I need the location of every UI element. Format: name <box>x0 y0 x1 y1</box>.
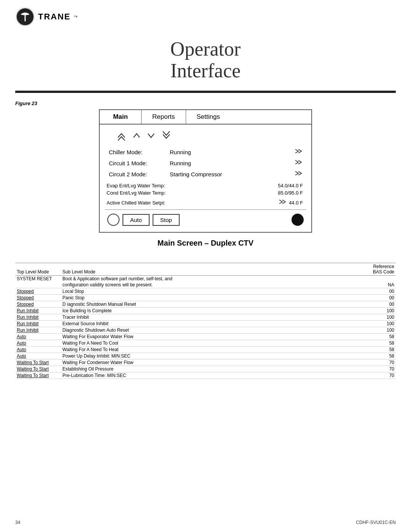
table-row: Run Inhibit Diagnostic Shutdown Auto Res… <box>15 327 396 334</box>
logo-container: TRANE ™ <box>15 7 78 27</box>
circuit1-mode-arrow[interactable] <box>295 159 306 168</box>
cell-ref: 58 <box>365 353 396 359</box>
cell-top-level: Stopped <box>15 301 61 308</box>
cell-sub-level: Boot & Application software part number,… <box>61 276 365 282</box>
trane-logo-icon <box>15 7 35 27</box>
cell-sub-level: Waiting For Condenser Water Flow <box>61 359 365 366</box>
chiller-mode-value: Running <box>166 149 295 155</box>
cell-top-level: Waiting To Start <box>15 366 61 372</box>
status-circle-filled <box>292 214 304 226</box>
data-table: Top Level Mode Sub Level Mode Reference … <box>15 263 396 379</box>
panel-body: Chiller Mode: Running Circuit 1 Mode: Ru… <box>100 125 311 232</box>
table-row: Waiting To Start Waiting For Condenser W… <box>15 359 396 366</box>
cell-sub-level: Panic Stop <box>61 295 365 301</box>
cell-ref: 58 <box>365 347 396 353</box>
cell-top-level: SYSTEM RESET <box>15 276 61 282</box>
page-footer: 34 CDHF-SVU01C-EN <box>15 520 396 525</box>
table-row: Auto Waiting For Evaporator Water Flow 5… <box>15 334 396 340</box>
setpt-label: Active Chilled Water Setpt: <box>105 200 279 206</box>
tab-settings[interactable]: Settings <box>186 110 231 124</box>
auto-button[interactable]: Auto <box>123 214 150 226</box>
cell-top-level: Run Inhibit <box>15 321 61 327</box>
table-row: Auto Waiting For A Need To Cool 58 <box>15 340 396 347</box>
cell-top-level: Run Inhibit <box>15 327 61 334</box>
ui-panel: Main Reports Settings <box>99 109 312 233</box>
circuit2-mode-label: Circuit 2 Mode: <box>105 171 166 177</box>
table-row: Stopped Local Stop 00 <box>15 288 396 295</box>
table-row: Run Inhibit Tracer Inhibit 100 <box>15 314 396 321</box>
cell-sub-level: Waiting For A Need To Heat <box>61 347 365 353</box>
cell-ref: 58 <box>365 340 396 347</box>
double-up-arrow-icon[interactable] <box>116 131 126 143</box>
trademark-symbol: ™ <box>74 15 78 19</box>
title-divider <box>15 91 396 93</box>
cell-top-level: Stopped <box>15 295 61 301</box>
cell-ref: 70 <box>365 372 396 379</box>
table-section: Top Level Mode Sub Level Mode Reference … <box>0 259 411 390</box>
chiller-mode-label: Chiller Mode: <box>105 149 166 155</box>
cell-sub-level: Power Up Delay Inhibit: MIN:SEC <box>61 353 365 359</box>
cell-top-level <box>15 282 61 288</box>
cell-top-level: Auto <box>15 353 61 359</box>
table-row: Stopped D iagnostic Shutdown Manual Rese… <box>15 301 396 308</box>
table-row: Run Inhibit External Source Inhibit 100 <box>15 321 396 327</box>
sensor-row-cond: Cond Ent/Lvg Water Temp: 85.0/95.0 F <box>105 189 306 197</box>
cell-sub-level: D iagnostic Shutdown Manual Reset <box>61 301 365 308</box>
setpt-row: Active Chilled Water Setpt: 44.0 F <box>105 198 306 207</box>
cell-sub-level: Local Stop <box>61 288 365 295</box>
stop-button[interactable]: Stop <box>153 214 180 226</box>
cell-ref: 100 <box>365 308 396 314</box>
page-number: 34 <box>15 520 20 525</box>
setpt-value-area: 44.0 F <box>279 199 306 206</box>
cell-top-level: Waiting To Start <box>15 372 61 379</box>
cell-ref: 100 <box>365 314 396 321</box>
cell-ref: 00 <box>365 295 396 301</box>
cell-sub-level: Pre-Lubrication Time: MIN:SEC <box>61 372 365 379</box>
cell-ref: 00 <box>365 301 396 308</box>
col-header-top-level: Top Level Mode <box>15 263 61 276</box>
col-header-sub-level: Sub Level Mode <box>61 263 365 276</box>
table-row: Waiting To Start Pre-Lubrication Time: M… <box>15 372 396 379</box>
circuit2-mode-arrow[interactable] <box>295 170 306 179</box>
nav-icons <box>105 128 306 147</box>
cell-ref: 58 <box>365 334 396 340</box>
mode-row-circuit1: Circuit 1 Mode: Running <box>105 158 306 169</box>
cell-sub-level: configuration validity screens will be p… <box>61 282 365 288</box>
col-header-reference: Reference BAS Code <box>365 263 396 276</box>
down-arrow-icon[interactable] <box>147 131 155 142</box>
mode-row-chiller: Chiller Mode: Running <box>105 147 306 158</box>
table-row: Auto Waiting For A Need To Heat 58 <box>15 347 396 353</box>
circuit1-mode-label: Circuit 1 Mode: <box>105 160 166 166</box>
cond-label: Cond Ent/Lvg Water Temp: <box>105 190 278 196</box>
cell-top-level: Run Inhibit <box>15 308 61 314</box>
page-title: Operator Interface <box>0 38 411 81</box>
cell-top-level: Waiting To Start <box>15 359 61 366</box>
tab-reports[interactable]: Reports <box>142 110 186 124</box>
cell-top-level: Auto <box>15 347 61 353</box>
table-row: Waiting To Start Establishing Oil Pressu… <box>15 366 396 372</box>
status-circle-empty <box>107 214 119 226</box>
setpt-arrow-icon[interactable] <box>279 199 287 206</box>
cell-sub-level: Ice Building Is Complete <box>61 308 365 314</box>
chiller-mode-arrow[interactable] <box>295 148 306 157</box>
brand-name: TRANE <box>38 12 71 22</box>
header: TRANE ™ <box>0 0 411 30</box>
cell-ref: 100 <box>365 327 396 334</box>
mode-row-circuit2: Circuit 2 Mode: Starting Compressor <box>105 169 306 180</box>
controls-row: Auto Stop <box>105 209 306 228</box>
circuit1-mode-value: Running <box>166 160 295 166</box>
tab-main[interactable]: Main <box>100 110 142 124</box>
up-arrow-icon[interactable] <box>132 131 141 142</box>
page-title-section: Operator Interface <box>0 30 411 85</box>
table-row: Run Inhibit Ice Building Is Complete 100 <box>15 308 396 314</box>
table-row: Auto Power Up Delay Inhibit: MIN:SEC 58 <box>15 353 396 359</box>
ui-panel-wrapper: Main Reports Settings <box>0 109 411 233</box>
cell-sub-level: Tracer Inhibit <box>61 314 365 321</box>
cell-ref: 00 <box>365 288 396 295</box>
circuit2-mode-value: Starting Compressor <box>166 171 295 177</box>
cell-ref: NA <box>365 282 396 288</box>
double-down-arrow-icon[interactable] <box>161 131 171 143</box>
cond-value: 85.0/95.0 F <box>278 190 306 196</box>
cell-sub-level: Establishing Oil Pressure <box>61 366 365 372</box>
tabs-row: Main Reports Settings <box>100 110 311 125</box>
